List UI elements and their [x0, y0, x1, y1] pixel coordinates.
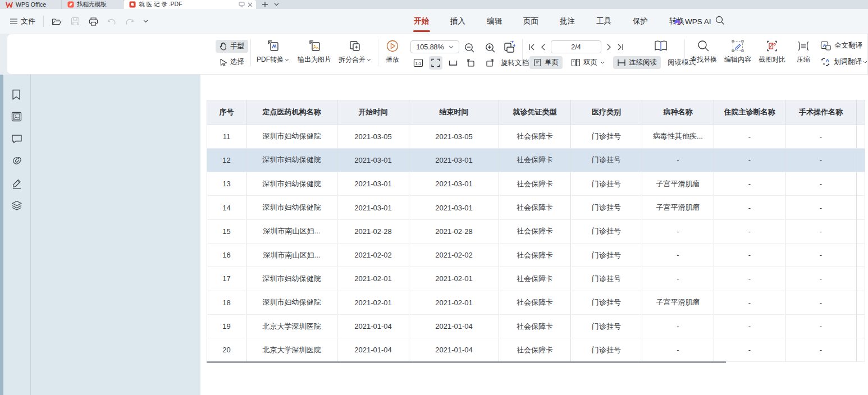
- find-replace-button[interactable]: 查找替换: [687, 39, 720, 65]
- full-translate-button[interactable]: A 全文翻译: [820, 41, 862, 50]
- table-cell: 深圳市南山区妇...: [246, 219, 337, 243]
- split-merge-label: 拆分合并: [339, 55, 366, 65]
- find-replace-label: 查找替换: [690, 55, 717, 65]
- sidebar-icon-strip: [3, 75, 31, 395]
- table-cell: -: [642, 338, 714, 362]
- signature-icon[interactable]: [11, 178, 22, 189]
- table-row[interactable]: 13深圳市妇幼保健院2021-03-012021-03-01社会保障卡门诊挂号子…: [207, 172, 865, 196]
- table-cell: 门诊挂号: [571, 291, 642, 314]
- column-header: 医疗类别: [571, 100, 642, 125]
- table-row[interactable]: 16深圳市南山区妇...2021-02-022021-02-02社会保障卡门诊挂…: [207, 243, 865, 267]
- table-cell: 2021-02-01: [409, 267, 499, 291]
- zoom-level-select[interactable]: 105.88%: [410, 40, 459, 53]
- tabs-chevron-icon[interactable]: [274, 3, 279, 6]
- menu-tab[interactable]: 插入: [449, 14, 467, 29]
- prev-page-icon[interactable]: [541, 44, 545, 50]
- table-cell: -: [785, 291, 857, 314]
- menu-tab[interactable]: 编辑: [486, 14, 503, 29]
- hand-tool-button[interactable]: 手型: [216, 40, 248, 53]
- fit-width-icon[interactable]: [446, 56, 460, 70]
- table-cell-partial: [857, 314, 865, 338]
- float-window-icon[interactable]: [239, 2, 245, 7]
- menu-tab[interactable]: 页面: [522, 14, 540, 29]
- table-row[interactable]: 11深圳市妇幼保健院2021-03-052021-03-05社会保障卡门诊挂号病…: [207, 125, 865, 148]
- table-cell: 门诊挂号: [571, 148, 642, 172]
- comment-icon[interactable]: [11, 134, 22, 144]
- last-page-icon[interactable]: [617, 44, 624, 50]
- word-translate-button[interactable]: xA 划词翻译: [820, 57, 867, 67]
- table-cell: 14: [207, 196, 246, 219]
- medical-records-table: 序号定点医药机构名称开始时间结束时间就诊凭证类型医疗类别病种名称住院主诊断名称手…: [207, 100, 865, 362]
- layers-icon[interactable]: [11, 200, 22, 211]
- table-cell: -: [785, 196, 857, 219]
- page-number-input[interactable]: 2/4: [551, 40, 601, 53]
- double-page-button[interactable]: 双页: [567, 56, 609, 69]
- column-header: 定点医药机构名称: [246, 100, 337, 125]
- fit-page-icon[interactable]: [429, 56, 442, 70]
- table-cell: -: [714, 125, 785, 148]
- pdf-convert-button[interactable]: PDF转换: [254, 39, 291, 65]
- tab-docer-templates[interactable]: 找稻壳模板: [62, 0, 124, 9]
- new-tab-icon[interactable]: [262, 1, 268, 8]
- table-row[interactable]: 18深圳市妇幼保健院2021-02-012021-02-01社会保障卡门诊挂号子…: [207, 291, 865, 314]
- continuous-read-button[interactable]: 连续阅读: [613, 56, 661, 69]
- table-row[interactable]: 15深圳市南山区妇...2021-02-282021-02-28社会保障卡门诊挂…: [207, 219, 865, 243]
- table-cell: 2021-01-04: [409, 338, 499, 362]
- wps-ai-button[interactable]: WPS AI: [673, 9, 711, 34]
- rotate-right-icon[interactable]: [482, 56, 497, 70]
- table-cell-partial: [857, 243, 865, 267]
- menu-tab[interactable]: 批注: [559, 14, 576, 29]
- export-image-button[interactable]: 输出为图片: [295, 39, 334, 65]
- double-page-label: 双页: [583, 58, 597, 67]
- print-icon[interactable]: [89, 17, 98, 26]
- screenshot-compare-button[interactable]: 截图对比: [756, 39, 788, 65]
- table-cell: 2021-03-05: [337, 125, 409, 148]
- attachment-icon[interactable]: [11, 155, 22, 167]
- compress-button[interactable]: 压缩: [791, 39, 816, 65]
- search-icon[interactable]: [715, 16, 725, 25]
- select-tool-button[interactable]: 选择: [216, 56, 248, 68]
- menu-tab[interactable]: 工具: [595, 14, 613, 29]
- table-row[interactable]: 12深圳市妇幼保健院2021-03-012021-03-01社会保障卡门诊挂号-…: [207, 148, 865, 172]
- file-menu-button[interactable]: 文件: [10, 16, 35, 26]
- table-cell: -: [714, 243, 785, 267]
- tab-document-active[interactable]: 就 医 记 录 .PDF: [124, 0, 256, 9]
- table-row[interactable]: 19北京大学深圳医院2021-01-042021-01-04社会保障卡门诊挂号-…: [207, 314, 865, 338]
- find-replace-icon: [697, 39, 710, 53]
- column-header: 手术操作名称: [785, 100, 857, 125]
- table-cell: 社会保障卡: [499, 291, 571, 314]
- rotate-left-icon[interactable]: [464, 56, 478, 70]
- table-cell: 深圳市妇幼保健院: [246, 172, 337, 196]
- word-translate-icon: xA: [820, 57, 830, 67]
- actual-size-icon[interactable]: 1:1: [412, 56, 425, 70]
- thumbnail-icon[interactable]: [11, 112, 22, 122]
- bookmark-icon[interactable]: [11, 89, 21, 100]
- rotate-doc-icon[interactable]: [500, 39, 518, 57]
- play-button[interactable]: 播放: [379, 39, 406, 65]
- split-merge-button[interactable]: 拆分合并: [336, 39, 373, 65]
- close-icon[interactable]: [248, 2, 253, 7]
- table-row[interactable]: 14深圳市妇幼保健院2021-03-012021-03-01社会保障卡门诊挂号子…: [207, 196, 865, 219]
- edit-content-button[interactable]: 编辑内容: [721, 39, 754, 65]
- next-page-icon[interactable]: [607, 44, 611, 50]
- quick-icons: [52, 17, 148, 26]
- chevron-down-icon[interactable]: [143, 20, 148, 23]
- folder-open-icon[interactable]: [52, 17, 62, 26]
- zoom-out-icon[interactable]: [463, 41, 477, 55]
- table-cell: 2021-01-04: [409, 314, 499, 338]
- screenshot-compare-icon: [765, 39, 779, 53]
- table-cell-partial: [857, 148, 865, 172]
- single-page-label: 单页: [545, 58, 559, 67]
- zoom-in-icon[interactable]: [483, 41, 497, 55]
- table-row[interactable]: 17深圳市妇幼保健院2021-02-012021-02-01社会保障卡门诊挂号-…: [207, 267, 865, 291]
- menu-tab[interactable]: 保护: [632, 14, 649, 29]
- first-page-icon[interactable]: [528, 44, 535, 50]
- table-row[interactable]: 20北京大学深圳医院2021-01-042021-01-04社会保障卡门诊挂号-…: [207, 338, 865, 362]
- single-page-button[interactable]: 单页: [529, 56, 563, 69]
- menu-tab[interactable]: 开始: [413, 14, 430, 29]
- pdf-page[interactable]: 序号定点医药机构名称开始时间结束时间就诊凭证类型医疗类别病种名称住院主诊断名称手…: [200, 75, 868, 395]
- table-cell: -: [785, 243, 857, 267]
- table-cell: 病毒性其他疾...: [642, 125, 714, 148]
- tab-wps-home[interactable]: WPS Office: [0, 0, 62, 9]
- column-header: 结束时间: [409, 100, 499, 125]
